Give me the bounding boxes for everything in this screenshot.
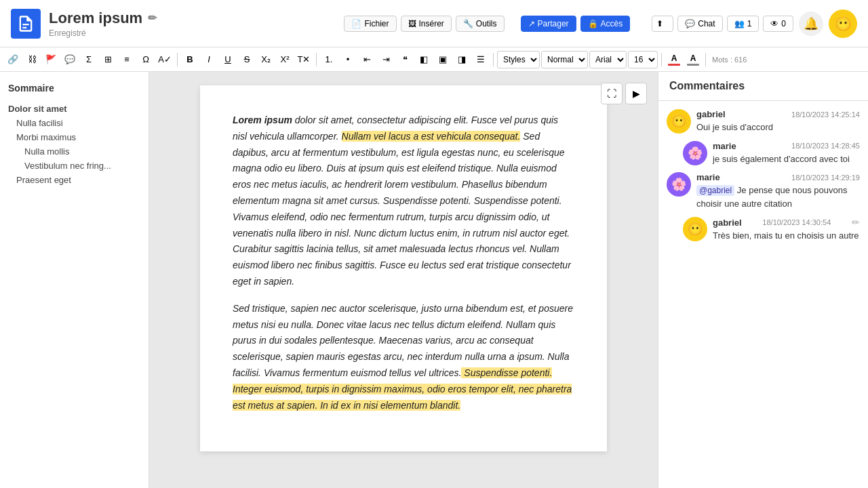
comment-header: marie 18/10/2023 14:28:45	[713, 141, 860, 151]
align-justify-btn[interactable]: ☰	[472, 51, 490, 68]
mention: @gabriel	[696, 185, 734, 196]
toc-item[interactable]: Nulla facilisi	[16, 116, 140, 130]
separator-5	[705, 53, 706, 66]
text-color-btn[interactable]: A	[665, 51, 683, 68]
superscript-button[interactable]: X²	[276, 51, 294, 68]
separator-2	[316, 53, 317, 66]
comment-item: 🌸 marie 18/10/2023 14:28:45 je suis égal…	[683, 141, 860, 166]
edit-title-icon[interactable]: ✏	[148, 12, 157, 24]
users-button[interactable]: 👥 1	[727, 16, 760, 32]
indent-btn[interactable]: ⇥	[377, 51, 395, 68]
editor-area[interactable]: ⛶ ▶ Lorem ipsum dolor sit amet, consecte…	[149, 72, 658, 488]
comment-header: marie 18/10/2023 14:29:19	[696, 172, 860, 182]
separator-4	[661, 53, 662, 66]
ordered-list-btn[interactable]: 1.	[320, 51, 338, 68]
comment-text: je suis également d'accord avec toi	[713, 152, 860, 166]
comment-author: marie	[713, 141, 736, 151]
para1-highlight: Nullam vel lacus a est vehicula consequa…	[342, 131, 521, 142]
header-actions: 📄 Fichier 🖼 Insérer 🔧 Outils ↗ Partager …	[344, 9, 857, 38]
fichier-button[interactable]: 📄 Fichier	[344, 16, 396, 32]
bell-icon: 🔔	[804, 16, 818, 31]
italic-button[interactable]: I	[200, 51, 218, 68]
users-icon: 👥	[734, 19, 745, 28]
views-button[interactable]: 👁 0	[763, 16, 793, 32]
comment-avatar: 🌸	[667, 172, 691, 197]
edit-comment-icon[interactable]: ✏	[852, 217, 860, 228]
bold-button[interactable]: B	[181, 51, 199, 68]
comment-item: 🌸 marie 18/10/2023 14:29:19 @gabriel Je …	[667, 172, 860, 210]
toc-item[interactable]: Morbi maximus	[16, 130, 140, 144]
align-right-btn[interactable]: ◨	[453, 51, 471, 68]
comment-header: gabriel 18/10/2023 14:25:14	[696, 109, 860, 119]
comment-time: 18/10/2023 14:28:45	[791, 142, 860, 150]
font-select[interactable]: Arial	[589, 51, 627, 68]
table-icon-btn[interactable]: ⊞	[99, 51, 117, 68]
collapse-button[interactable]: ⬆	[652, 16, 673, 32]
clear-format-btn[interactable]: T✕	[295, 51, 313, 68]
word-count: Mots : 616	[712, 56, 747, 64]
toc-item[interactable]: Vestibulum nec fring...	[24, 159, 140, 173]
comment-text: Oui je suis d'accord	[696, 121, 860, 134]
list-icon-btn[interactable]: ≡	[118, 51, 136, 68]
comments-list: 😶 gabriel 18/10/2023 14:25:14 Oui je sui…	[658, 101, 868, 488]
paragraph-select[interactable]: Normal	[541, 51, 588, 68]
save-status: Enregistré	[49, 28, 344, 38]
acces-button[interactable]: 🔒 Accès	[580, 16, 631, 32]
unordered-list-btn[interactable]: •	[339, 51, 357, 68]
comment-text: Très bien, mais tu en choisis un autre	[713, 229, 860, 243]
share-icon: ↗	[528, 19, 535, 28]
comment-avatar: 😶	[683, 217, 707, 241]
subscript-button[interactable]: X₂	[257, 51, 275, 68]
toc-item[interactable]: Praesent eget	[16, 173, 140, 187]
partager-button[interactable]: ↗ Partager	[521, 16, 576, 32]
toc-item[interactable]: Nulla mollis	[24, 144, 140, 159]
outdent-btn[interactable]: ⇤	[358, 51, 376, 68]
blockquote-btn[interactable]: ❝	[396, 51, 414, 68]
para1-bold: Lorem ipsum	[233, 115, 292, 125]
expand-view-btn[interactable]: ⛶	[601, 83, 623, 104]
comment-author: marie	[696, 172, 720, 182]
sigma-icon-btn[interactable]: Σ	[80, 51, 98, 68]
toc-list: Dolor sit ametNulla facilisiMorbi maximu…	[8, 102, 140, 187]
paragraph-2: Sed tristique, sapien nec auctor sceleri…	[233, 301, 574, 414]
next-page-btn[interactable]: ▶	[625, 83, 647, 104]
comment-icon-btn[interactable]: 💬	[61, 51, 79, 68]
editor-navigation: ⛶ ▶	[601, 83, 647, 104]
omega-icon-btn[interactable]: Ω	[137, 51, 155, 68]
link-icon-btn[interactable]: 🔗	[4, 51, 22, 68]
comment-text: @gabriel Je pense que nous pouvons chois…	[696, 184, 860, 210]
format-toolbar: 🔗 ⛓ 🚩 💬 Σ ⊞ ≡ Ω A✓ B I U S X₂ X² T✕ 1. •…	[0, 47, 868, 72]
toc-item[interactable]: Dolor sit amet	[8, 102, 140, 116]
comment-author: gabriel	[713, 218, 742, 228]
outils-button[interactable]: 🔧 Outils	[456, 16, 505, 32]
document-page[interactable]: Lorem ipsum dolor sit amet, consectetur …	[200, 85, 607, 451]
comment-content: gabriel 18/10/2023 14:30:54 ✏ Très bien,…	[713, 217, 860, 243]
comments-header: Commentaires	[658, 72, 868, 101]
user-avatar[interactable]: 😶	[829, 9, 857, 38]
comment-time: 18/10/2023 14:30:54	[762, 218, 831, 226]
comment-time: 18/10/2023 14:29:19	[791, 174, 860, 182]
styles-select[interactable]: Styles	[497, 51, 540, 68]
unlink-icon-btn[interactable]: ⛓	[23, 51, 41, 68]
comment-author: gabriel	[696, 109, 726, 119]
inserer-button[interactable]: 🖼 Insérer	[401, 16, 452, 32]
flag-icon-btn[interactable]: 🚩	[42, 51, 60, 68]
underline-button[interactable]: U	[219, 51, 237, 68]
paragraph-1: Lorem ipsum dolor sit amet, consectetur …	[233, 113, 574, 290]
text-color-indicator	[668, 64, 680, 66]
comment-avatar: 🌸	[683, 141, 707, 165]
chat-button[interactable]: 💬 Chat	[677, 16, 722, 32]
comment-content: marie 18/10/2023 14:28:45 je suis égalem…	[713, 141, 860, 166]
outils-icon: 🔧	[463, 19, 473, 28]
document-title: Lorem ipsum ✏	[49, 9, 344, 27]
fontsize-select[interactable]: 16	[628, 51, 658, 68]
highlight-color-btn[interactable]: A	[684, 51, 702, 68]
para2-italic: Vivamus fermentum euismod tellus vel ult…	[261, 367, 461, 378]
align-left-btn[interactable]: ◧	[415, 51, 433, 68]
notifications-button[interactable]: 🔔	[799, 12, 823, 36]
align-center-btn[interactable]: ▣	[434, 51, 452, 68]
spell-check-btn[interactable]: A✓	[156, 51, 174, 68]
strikethrough-button[interactable]: S	[238, 51, 256, 68]
separator-3	[493, 53, 494, 66]
comment-time: 18/10/2023 14:25:14	[791, 110, 860, 119]
